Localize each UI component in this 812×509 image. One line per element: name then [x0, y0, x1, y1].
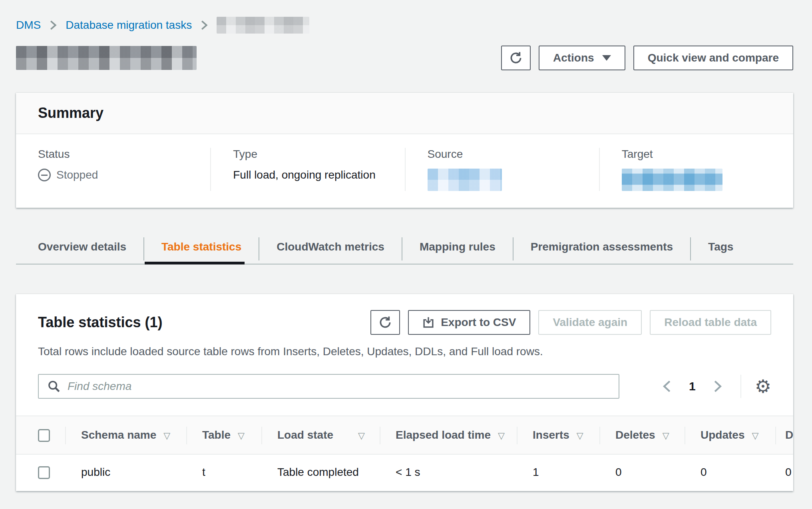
cell-updates: 0: [685, 454, 775, 491]
sort-icon[interactable]: ▽: [498, 431, 505, 441]
column-header-table[interactable]: Table▽: [186, 416, 261, 454]
column-label: Updates: [701, 429, 744, 441]
actions-button-label: Actions: [553, 52, 594, 64]
export-to-csv-button[interactable]: Export to CSV: [408, 310, 530, 335]
cell-table: t: [186, 454, 261, 491]
status-value: Stopped: [38, 169, 198, 181]
quick-view-button-label: Quick view and compare: [648, 52, 779, 64]
breadcrumb-link-tasks[interactable]: Database migration tasks: [66, 19, 192, 32]
sort-icon[interactable]: ▽: [358, 431, 365, 441]
sort-icon[interactable]: ▽: [163, 431, 170, 441]
sort-icon[interactable]: ▽: [752, 431, 758, 441]
summary-status-column: Status Stopped: [16, 148, 210, 191]
cell-elapsed-load-time: < 1 s: [380, 454, 517, 491]
summary-type-column: Type Full load, ongoing replication: [210, 148, 404, 191]
row-checkbox[interactable]: [38, 466, 50, 479]
summary-card-body: Status Stopped Type Full load, ongoing r…: [16, 134, 793, 208]
sort-icon[interactable]: ▽: [577, 431, 583, 441]
download-icon: [422, 316, 434, 328]
tab-overview-details[interactable]: Overview details: [16, 224, 144, 264]
refresh-table-button[interactable]: [370, 310, 400, 335]
validate-button-label: Validate again: [553, 316, 627, 329]
chevron-right-icon: [201, 20, 208, 30]
row-select-cell: [16, 454, 65, 491]
find-schema-input[interactable]: [38, 374, 619, 399]
refresh-icon: [378, 316, 392, 329]
table-statistics-table-wrap: Schema name▽ Table▽ Load state▽ Elapsed …: [16, 416, 793, 491]
source-value-redacted: [428, 169, 502, 191]
schema-search: [38, 374, 619, 399]
next-page-icon[interactable]: [711, 378, 724, 395]
column-header-schema-name[interactable]: Schema name▽: [65, 416, 186, 454]
summary-source-column: Source: [405, 148, 599, 191]
column-header-elapsed-load-time[interactable]: Elapsed load time▽: [380, 416, 517, 454]
cell-deletes: 0: [599, 454, 685, 491]
target-value-redacted: [622, 169, 722, 191]
status-value-text: Stopped: [56, 169, 98, 181]
breadcrumb-link-dms[interactable]: DMS: [16, 19, 41, 32]
table-statistics-buttons: Export to CSV Validate again Reload tabl…: [370, 310, 771, 335]
table-statistics-table: Schema name▽ Table▽ Load state▽ Elapsed …: [16, 416, 793, 491]
column-header-deletes[interactable]: Deletes▽: [599, 416, 685, 454]
sort-icon[interactable]: ▽: [663, 431, 669, 441]
cell-schema-name: public: [65, 454, 186, 491]
tab-table-statistics[interactable]: Table statistics: [144, 224, 259, 264]
previous-page-icon[interactable]: [660, 378, 674, 395]
summary-target-column: Target: [599, 148, 793, 191]
refresh-button[interactable]: [501, 46, 531, 70]
page-header: Actions Quick view and compare: [16, 46, 793, 70]
validate-again-button[interactable]: Validate again: [538, 310, 642, 335]
column-label: Schema name: [81, 429, 156, 441]
table-statistics-title: Table statistics (1): [38, 314, 162, 331]
status-label: Status: [38, 148, 198, 161]
tab-premigration-assessments[interactable]: Premigration assessments: [513, 224, 691, 264]
target-label: Target: [622, 148, 781, 161]
select-all-cell: [16, 416, 65, 454]
breadcrumb: DMS Database migration tasks: [16, 0, 793, 34]
task-detail-tabs: Overview details Table statistics CloudW…: [16, 224, 793, 264]
reload-button-label: Reload table data: [664, 316, 757, 329]
actions-button[interactable]: Actions: [539, 46, 625, 70]
column-header-load-state[interactable]: Load state▽: [261, 416, 380, 454]
reload-table-data-button[interactable]: Reload table data: [650, 310, 771, 335]
cell-inserts: 1: [517, 454, 599, 491]
minus-circle-icon: [38, 169, 51, 181]
chevron-right-icon: [50, 20, 57, 30]
tab-tags[interactable]: Tags: [691, 224, 751, 264]
cell-clipped: 0: [775, 454, 793, 491]
column-label: Table: [202, 429, 231, 441]
breadcrumb-redacted-task-name: [217, 17, 309, 34]
column-label: Load state: [277, 429, 333, 441]
type-label: Type: [233, 148, 392, 161]
column-label: Elapsed load time: [396, 429, 491, 441]
table-statistics-card: Table statistics (1): [16, 294, 793, 491]
summary-card: Summary Status Stopped Type Full load, o…: [16, 93, 793, 208]
column-header-clipped[interactable]: D: [775, 416, 793, 454]
export-button-label: Export to CSV: [441, 316, 516, 329]
column-header-updates[interactable]: Updates▽: [685, 416, 775, 454]
cell-load-state: Table completed: [261, 454, 380, 491]
sort-icon[interactable]: ▽: [238, 431, 245, 441]
table-statistics-description: Total rows include loaded source table r…: [16, 335, 793, 358]
column-label: D: [785, 429, 793, 441]
caret-down-icon: [602, 55, 611, 61]
header-buttons: Actions Quick view and compare: [501, 46, 793, 70]
page-number[interactable]: 1: [689, 380, 696, 393]
table-toolbar: 1 ⚙: [16, 358, 793, 399]
tab-mapping-rules[interactable]: Mapping rules: [402, 224, 513, 264]
column-header-inserts[interactable]: Inserts▽: [517, 416, 599, 454]
column-label: Inserts: [533, 429, 569, 441]
table-row: public t Table completed < 1 s 1 0 0 0: [16, 454, 793, 491]
summary-title: Summary: [38, 105, 771, 121]
refresh-icon: [509, 51, 523, 65]
summary-card-header: Summary: [16, 93, 793, 134]
type-value: Full load, ongoing replication: [233, 169, 392, 181]
quick-view-and-compare-button[interactable]: Quick view and compare: [633, 46, 793, 70]
column-label: Deletes: [615, 429, 655, 441]
gear-icon[interactable]: ⚙: [755, 377, 771, 396]
tab-cloudwatch-metrics[interactable]: CloudWatch metrics: [259, 224, 402, 264]
toolbar-divider: [740, 375, 741, 398]
search-icon: [48, 380, 60, 393]
select-all-checkbox[interactable]: [38, 429, 50, 442]
table-statistics-header: Table statistics (1): [16, 294, 793, 335]
